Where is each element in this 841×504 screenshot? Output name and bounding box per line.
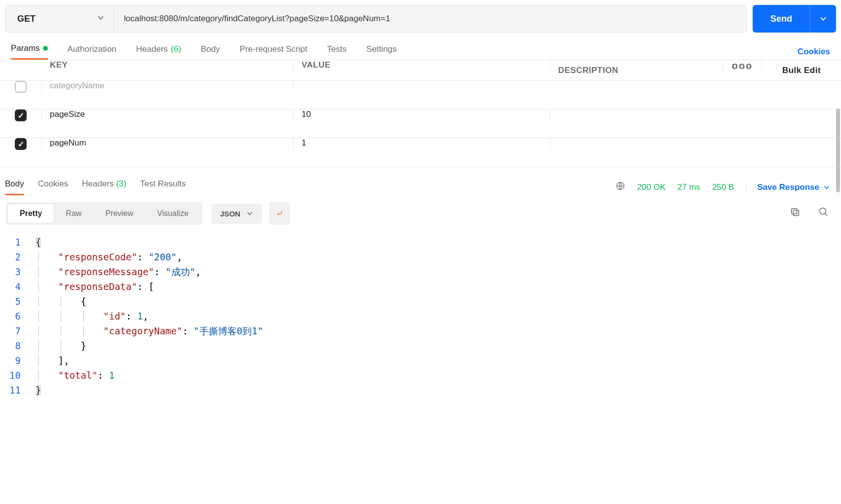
send-button-group: Send — [753, 5, 836, 33]
search-button[interactable] — [818, 207, 829, 220]
json-key: "categoryName" — [103, 325, 182, 336]
resp-tab-cookies[interactable]: Cookies — [38, 179, 68, 195]
send-dropdown-button[interactable] — [810, 5, 836, 33]
response-body-viewer[interactable]: 1 { 2 │ "responseCode": "200", 3 │ "resp… — [0, 232, 841, 397]
line-number: 3 — [0, 264, 36, 279]
code-line: 8 │ │ } — [0, 338, 841, 353]
row-checkbox-cell: ✓ — [0, 109, 42, 121]
table-row: ✓ pageNum 1 — [0, 138, 841, 167]
code-line: 5 │ │ { — [0, 294, 841, 309]
row-checkbox[interactable] — [15, 81, 27, 93]
param-value-input[interactable]: 1 — [294, 138, 550, 148]
params-table-header: KEY VALUE DESCRIPTION ooo Bulk Edit — [0, 60, 841, 81]
response-bar: Body Cookies Headers (3) Test Results 20… — [0, 179, 841, 195]
globe-icon[interactable] — [615, 181, 625, 193]
json-key: "responseData" — [58, 281, 137, 292]
cookies-link[interactable]: Cookies — [798, 47, 830, 57]
http-method-select[interactable]: GET — [5, 5, 114, 32]
response-time: 27 ms — [678, 182, 700, 192]
tab-settings[interactable]: Settings — [366, 43, 396, 60]
tab-params[interactable]: Params — [11, 43, 48, 60]
request-bar: GET localhost:8080/m/category/findCatego… — [0, 0, 841, 37]
send-button[interactable]: Send — [753, 5, 810, 33]
line-number: 2 — [0, 250, 36, 264]
response-size: 250 B — [712, 182, 734, 192]
code-line: 3 │ "responseMessage": "成功", — [0, 264, 841, 279]
tab-headers-label: Headers — [136, 44, 168, 54]
tab-headers-count: (6) — [171, 44, 181, 54]
resp-tab-headers[interactable]: Headers (3) — [82, 179, 126, 195]
view-pretty-button[interactable]: Pretty — [8, 204, 54, 223]
params-modified-dot-icon — [43, 46, 48, 51]
params-table: KEY VALUE DESCRIPTION ooo Bulk Edit cate… — [0, 60, 841, 167]
json-value: "手撕博客0到1" — [193, 325, 263, 336]
line-number: 10 — [0, 368, 36, 383]
svg-rect-1 — [793, 210, 799, 216]
json-value: 1 — [137, 311, 143, 322]
param-key-input[interactable]: categoryName — [42, 81, 294, 91]
line-number: 6 — [0, 309, 36, 324]
line-wrap-button[interactable]: ⤶ — [269, 202, 290, 225]
resp-tab-body[interactable]: Body — [5, 179, 24, 195]
tab-headers[interactable]: Headers (6) — [136, 43, 181, 60]
bulk-edit-button[interactable]: Bulk Edit — [762, 66, 841, 75]
resp-tab-headers-label: Headers — [82, 179, 114, 188]
code-line: 11 } — [0, 383, 841, 397]
resp-tab-test-results[interactable]: Test Results — [140, 179, 186, 195]
copy-button[interactable] — [790, 207, 801, 220]
request-url-input[interactable]: localhost:8080/m/category/findCategoryLi… — [114, 5, 746, 32]
svg-line-4 — [825, 214, 828, 216]
line-number: 1 — [0, 235, 36, 250]
line-number: 5 — [0, 294, 36, 309]
row-checkbox[interactable]: ✓ — [15, 109, 27, 121]
line-number: 7 — [0, 324, 36, 338]
tab-params-label: Params — [11, 43, 40, 53]
row-checkbox[interactable]: ✓ — [15, 138, 27, 150]
json-value: "成功" — [165, 266, 195, 277]
chevron-down-icon — [97, 14, 105, 24]
row-checkbox-cell: ✓ — [0, 138, 42, 150]
http-method-label: GET — [17, 14, 36, 24]
body-format-tabs: Pretty Raw Preview Visualize JSON ⤶ — [6, 202, 290, 225]
resp-tab-headers-count: (3) — [116, 179, 126, 188]
code-line: 6 │ │ │ "id": 1, — [0, 309, 841, 324]
param-key-input[interactable]: pageSize — [42, 109, 294, 119]
svg-point-3 — [820, 208, 826, 215]
copy-icon — [790, 207, 801, 217]
param-key-input[interactable]: pageNum — [42, 138, 294, 148]
param-value-input[interactable]: 10 — [294, 109, 550, 119]
view-preview-button[interactable]: Preview — [93, 204, 145, 223]
request-url-value: localhost:8080/m/category/findCategoryLi… — [124, 14, 390, 24]
chevron-down-icon — [246, 210, 253, 217]
more-actions-button[interactable]: ooo — [723, 60, 762, 72]
code-line: 9 │ ], — [0, 353, 841, 368]
code-line: 4 │ "responseData": [ — [0, 279, 841, 294]
json-key: "total" — [58, 370, 98, 381]
save-response-label: Save Response — [757, 182, 819, 192]
line-number: 9 — [0, 353, 36, 368]
tab-body[interactable]: Body — [201, 43, 220, 60]
view-visualize-button[interactable]: Visualize — [145, 204, 200, 223]
code-line: 7 │ │ │ "categoryName": "手撕博客0到1" — [0, 324, 841, 338]
language-select[interactable]: JSON — [211, 204, 262, 224]
col-value: VALUE — [294, 60, 550, 70]
view-raw-button[interactable]: Raw — [54, 204, 93, 223]
tab-prerequest[interactable]: Pre-request Script — [240, 43, 307, 60]
col-key: KEY — [42, 60, 294, 70]
tab-tests[interactable]: Tests — [327, 43, 347, 60]
line-number: 8 — [0, 338, 36, 353]
tab-authorization[interactable]: Authorization — [68, 43, 116, 60]
json-key: "id" — [103, 311, 126, 322]
search-icon — [818, 207, 829, 217]
scrollbar-thumb[interactable] — [836, 108, 840, 192]
line-number: 4 — [0, 279, 36, 294]
chevron-down-icon — [823, 184, 830, 191]
code-line: 1 { — [0, 235, 841, 250]
save-response-button[interactable]: Save Response — [746, 182, 830, 192]
code-line: 2 │ "responseCode": "200", — [0, 250, 841, 264]
code-line: 10 │ "total": 1 — [0, 368, 841, 383]
json-key: "responseMessage" — [58, 266, 154, 277]
table-row: categoryName — [0, 81, 841, 109]
line-number: 11 — [0, 383, 36, 397]
row-checkbox-cell — [0, 81, 42, 93]
